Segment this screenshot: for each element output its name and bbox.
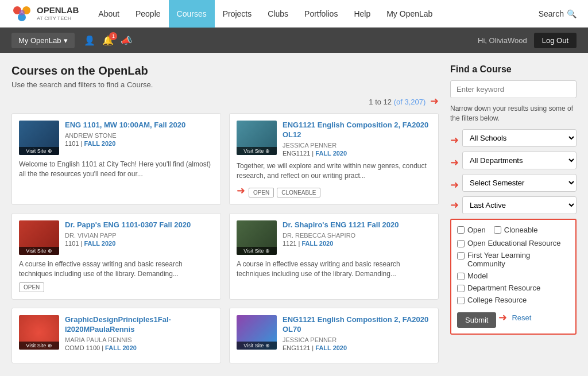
cloneable-checkbox[interactable]: [494, 226, 501, 234]
course-card: Visit Site ⊕ Dr. Papp's ENG 1101-0307 Fa…: [11, 213, 221, 300]
departments-filter[interactable]: All Departments: [462, 152, 577, 169]
course-code: 1121 | FALL 2020: [283, 240, 431, 247]
course-thumbnail: Visit Site ⊕: [19, 315, 59, 350]
search-icon: 🔍: [567, 9, 577, 18]
nav-projects[interactable]: Projects: [215, 0, 260, 28]
checkbox-section: Open Cloneable Open Educational Resource…: [450, 219, 577, 335]
course-title[interactable]: ENG1121 English Composition 2, FA2020 OL…: [283, 121, 431, 140]
chevron-down-icon: ▾: [64, 36, 68, 45]
main-content: Courses on the OpenLab Use the search an…: [0, 53, 588, 375]
courses-grid: Visit Site ⊕ ENG 1101, MW 10:00AM, Fall …: [11, 113, 439, 363]
course-code: ENG1121 | FALL 2020: [283, 344, 431, 351]
oer-checkbox-label[interactable]: Open Educational Resource: [457, 239, 570, 247]
arrow-dept-icon: ➜: [450, 156, 459, 169]
visit-site-button[interactable]: Visit Site ⊕: [19, 247, 59, 255]
total-results-link[interactable]: (of 3,207): [394, 98, 426, 106]
svg-point-3: [19, 10, 25, 15]
nav-portfolios[interactable]: Portfolios: [296, 0, 346, 28]
cloneable-tag[interactable]: CLONEABLE: [277, 188, 320, 197]
course-description: A course in effective essay writing and …: [19, 259, 214, 279]
oer-checkbox[interactable]: [457, 240, 465, 247]
reset-button[interactable]: Reset: [512, 313, 531, 322]
visit-site-button[interactable]: Visit Site ⊕: [237, 247, 277, 255]
arrow-lastactive-icon: ➜: [450, 199, 459, 211]
narrow-text: Narrow down your results using some of t…: [450, 104, 577, 123]
top-navigation: OPENLAB AT CITY TECH About People Course…: [0, 0, 588, 28]
course-card: Visit Site ⊕ Dr. Shapiro's ENG 1121 Fall…: [229, 213, 439, 300]
arrow-submit-icon: ➜: [498, 311, 507, 324]
open-checkbox-label[interactable]: Open: [457, 226, 486, 234]
keyword-input[interactable]: [450, 80, 577, 98]
course-thumbnail: Visit Site ⊕: [19, 121, 59, 155]
course-description: Together, we will explore and write with…: [237, 161, 431, 181]
arrow-right-icon: ➜: [430, 95, 439, 107]
open-tag[interactable]: OPEN: [19, 282, 44, 292]
nav-myopenlab[interactable]: My OpenLab: [378, 0, 440, 28]
firstyear-checkbox-label[interactable]: First Year Learning Community: [457, 251, 570, 268]
course-thumbnail: Visit Site ⊕: [237, 121, 277, 155]
arrow-right-icon: ➜: [237, 184, 245, 197]
course-title[interactable]: ENG 1101, MW 10:00AM, Fall 2020: [65, 121, 214, 130]
course-author: JESSICA PENNER: [283, 142, 431, 149]
cloneable-checkbox-label[interactable]: Cloneable: [494, 226, 538, 234]
logo-name: OPENLAB: [37, 5, 79, 15]
dept-resource-checkbox[interactable]: [457, 285, 465, 292]
college-resource-checkbox[interactable]: [457, 297, 465, 304]
course-card: Visit Site ⊕ GraphicDesignPrinciples1Fal…: [11, 308, 221, 363]
nav-help[interactable]: Help: [346, 0, 378, 28]
megaphone-icon[interactable]: 📣: [121, 35, 132, 46]
course-thumbnail: Visit Site ⊕: [19, 220, 59, 255]
course-code: COMD 1100 | FALL 2020: [65, 344, 214, 351]
notification-badge: 1: [109, 32, 117, 40]
model-checkbox-label[interactable]: Model: [457, 272, 570, 280]
search-button[interactable]: Search 🔍: [539, 9, 577, 18]
notifications-icon[interactable]: 🔔 1: [102, 35, 114, 46]
schools-filter[interactable]: All Schools: [462, 129, 577, 147]
course-title[interactable]: Dr. Shapiro's ENG 1121 Fall 2020: [283, 220, 431, 230]
submit-button[interactable]: Submit: [457, 312, 496, 328]
logo-icon: [11, 3, 32, 24]
sub-nav-right: Hi, OliviaWood Log Out: [478, 33, 577, 48]
nav-people[interactable]: People: [127, 0, 169, 28]
my-openlab-button[interactable]: My OpenLab ▾: [11, 33, 75, 48]
sub-navigation: My OpenLab ▾ 👤 🔔 1 📣 Hi, OliviaWood Log …: [0, 28, 588, 53]
course-tags: OPEN CLONEABLE: [249, 188, 320, 197]
visit-site-button[interactable]: Visit Site ⊕: [19, 342, 59, 350]
sub-nav-icons: 👤 🔔 1 📣: [84, 35, 132, 46]
course-description: A course in effective essay writing and …: [237, 259, 431, 279]
course-thumbnail: Visit Site ⊕: [237, 315, 277, 350]
dept-resource-checkbox-label[interactable]: Department Resource: [457, 284, 570, 292]
page-subtitle: Use the search and filters to find a Cou…: [11, 80, 439, 89]
left-panel: Courses on the OpenLab Use the search an…: [11, 64, 439, 363]
logout-button[interactable]: Log Out: [534, 33, 577, 48]
logo[interactable]: OPENLAB AT CITY TECH: [11, 3, 79, 24]
nav-clubs[interactable]: Clubs: [260, 0, 296, 28]
visit-site-button[interactable]: Visit Site ⊕: [19, 147, 59, 155]
right-panel: Find a Course Narrow down your results u…: [450, 64, 577, 363]
open-checkbox[interactable]: [457, 226, 465, 234]
open-tag[interactable]: OPEN: [249, 188, 274, 197]
nav-about[interactable]: About: [90, 0, 127, 28]
course-code: 1101 | FALL 2020: [65, 240, 214, 247]
course-author: MARIA PAULA RENNIS: [65, 336, 214, 343]
course-card: Visit Site ⊕ ENG1121 English Composition…: [229, 308, 439, 363]
college-resource-checkbox-label[interactable]: College Resource: [457, 296, 570, 304]
course-card: Visit Site ⊕ ENG 1101, MW 10:00AM, Fall …: [11, 113, 221, 205]
profile-icon[interactable]: 👤: [84, 35, 95, 46]
visit-site-button[interactable]: Visit Site ⊕: [237, 342, 277, 350]
find-course-title: Find a Course: [450, 64, 577, 75]
firstyear-checkbox[interactable]: [457, 252, 465, 259]
course-title[interactable]: ENG1121 English Composition 2, FA2020 OL…: [283, 315, 431, 335]
semester-filter[interactable]: Select Semester: [462, 174, 577, 192]
nav-links: About People Courses Projects Clubs Port…: [90, 0, 538, 28]
course-title[interactable]: GraphicDesignPrinciples1Fal-l2020MPaulaR…: [65, 315, 214, 335]
last-active-filter[interactable]: Last Active: [462, 196, 577, 214]
nav-courses[interactable]: Courses: [169, 0, 215, 28]
course-title[interactable]: Dr. Papp's ENG 1101-0307 Fall 2020: [65, 220, 214, 230]
model-checkbox[interactable]: [457, 273, 465, 280]
course-thumbnail: Visit Site ⊕: [237, 220, 277, 255]
course-tags: OPEN: [19, 282, 214, 292]
visit-site-button[interactable]: Visit Site ⊕: [237, 147, 277, 155]
logo-sub: AT CITY TECH: [37, 15, 79, 21]
arrow-semester-icon: ➜: [450, 179, 459, 191]
